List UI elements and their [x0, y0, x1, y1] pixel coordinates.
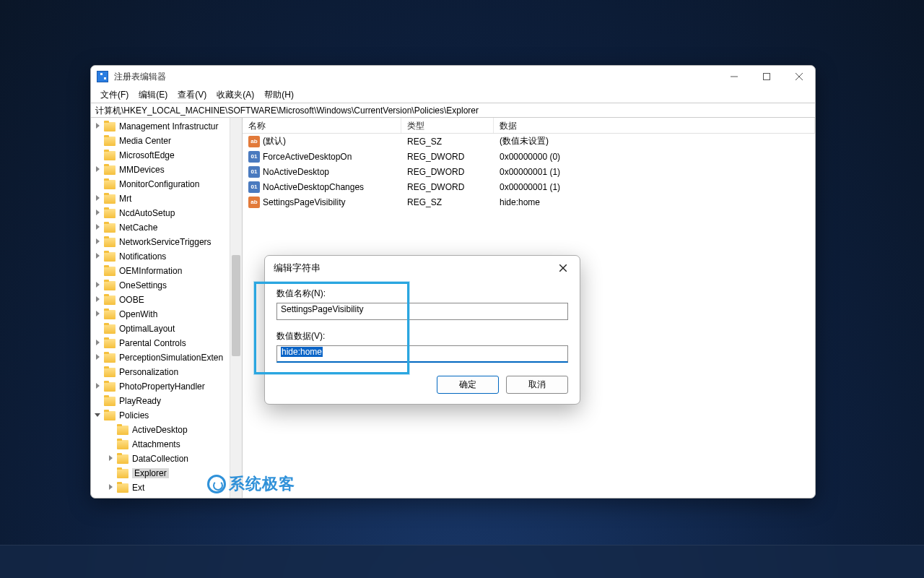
value-type: REG_SZ: [401, 137, 494, 147]
tree-item-label: DataCollection: [132, 454, 188, 464]
value-row[interactable]: abSettingsPageVisibilityREG_SZhide:home: [243, 194, 815, 210]
dialog-title: 编辑字符串: [274, 262, 321, 275]
tree-item-label: NetworkServiceTriggers: [119, 237, 212, 247]
dword-value-icon: 01: [248, 181, 260, 193]
tree-item-label: OEMInformation: [119, 266, 182, 276]
tree-item[interactable]: PhotoPropertyHandler: [91, 379, 230, 394]
tree-item[interactable]: PerceptionSimulationExten: [91, 350, 230, 365]
chevron-right-icon[interactable]: [94, 122, 103, 131]
chevron-right-icon[interactable]: [94, 353, 103, 362]
chevron-right-icon[interactable]: [94, 339, 103, 348]
dialog-close-button[interactable]: [555, 260, 571, 276]
ok-button[interactable]: 确定: [437, 376, 499, 394]
folder-icon: [117, 440, 128, 449]
tree-item[interactable]: Media Center: [91, 134, 230, 148]
tree-item[interactable]: Attachments: [91, 437, 230, 452]
svg-rect-1: [763, 74, 770, 80]
value-data: (数值未设置): [494, 135, 815, 147]
menu-file[interactable]: 文件(F): [95, 87, 134, 103]
taskbar[interactable]: [0, 545, 924, 578]
menu-view[interactable]: 查看(V): [173, 87, 212, 103]
value-data: 0x00000001 (1): [494, 167, 815, 177]
tree-item[interactable]: Notifications: [91, 249, 230, 264]
col-type[interactable]: 类型: [401, 118, 494, 133]
chevron-right-icon[interactable]: [94, 281, 103, 290]
tree-item-label: Management Infrastructur: [119, 121, 218, 131]
tree-item[interactable]: NetworkServiceTriggers: [91, 235, 230, 249]
chevron-right-icon[interactable]: [94, 296, 103, 304]
folder-icon: [104, 194, 116, 204]
value-data-label: 数值数据(V):: [276, 330, 568, 342]
maximize-button[interactable]: [750, 66, 783, 87]
value-row[interactable]: 01ForceActiveDesktopOnREG_DWORD0x0000000…: [243, 149, 815, 164]
tree-item[interactable]: NcdAutoSetup: [91, 206, 230, 220]
col-name[interactable]: 名称: [243, 118, 401, 133]
menubar: 文件(F) 编辑(E) 查看(V) 收藏夹(A) 帮助(H): [91, 87, 815, 103]
tree-pane: Management InfrastructurMedia CenterMicr…: [91, 118, 243, 498]
chevron-right-icon[interactable]: [94, 310, 103, 319]
chevron-right-icon[interactable]: [94, 194, 103, 203]
chevron-right-icon[interactable]: [94, 165, 103, 174]
tree-item[interactable]: Policies: [91, 408, 230, 423]
chevron-right-icon[interactable]: [94, 223, 103, 232]
chevron-right-icon[interactable]: [94, 238, 103, 246]
window-title: 注册表编辑器: [114, 71, 718, 83]
tree-scrollbar[interactable]: [230, 118, 242, 498]
folder-icon: [104, 252, 116, 262]
folder-icon: [104, 324, 116, 334]
tree-item[interactable]: Parental Controls: [91, 336, 230, 350]
tree-item[interactable]: NetCache: [91, 220, 230, 235]
cancel-button[interactable]: 取消: [506, 376, 568, 394]
minimize-button[interactable]: [718, 66, 750, 87]
tree-item-label: OptimalLayout: [119, 324, 175, 334]
folder-icon: [104, 353, 116, 363]
folder-icon: [117, 426, 128, 435]
tree-item-label: NcdAutoSetup: [119, 208, 175, 218]
tree-item[interactable]: MicrosoftEdge: [91, 148, 230, 163]
menu-edit[interactable]: 编辑(E): [134, 87, 173, 103]
tree-item-label: ActiveDesktop: [132, 425, 188, 435]
tree-item[interactable]: OOBE: [91, 293, 230, 307]
address-bar[interactable]: 计算机\HKEY_LOCAL_MACHINE\SOFTWARE\Microsof…: [91, 103, 815, 118]
tree-item[interactable]: ActiveDesktop: [91, 423, 230, 437]
value-data: 0x00000000 (0): [494, 152, 815, 162]
value-data-input[interactable]: hide:home: [276, 345, 568, 363]
value-row[interactable]: 01NoActiveDesktopREG_DWORD0x00000001 (1): [243, 164, 815, 179]
value-name-input[interactable]: SettingsPageVisibility: [276, 303, 568, 320]
chevron-right-icon[interactable]: [107, 483, 116, 492]
tree-item[interactable]: Personalization: [91, 365, 230, 379]
value-name: NoActiveDesktopChanges: [263, 182, 364, 192]
tree-item[interactable]: OptimalLayout: [91, 322, 230, 336]
menu-help[interactable]: 帮助(H): [259, 87, 299, 103]
tree-item[interactable]: PlayReady: [91, 394, 230, 408]
tree-item[interactable]: OneSettings: [91, 278, 230, 293]
titlebar: 注册表编辑器: [91, 66, 815, 87]
col-data[interactable]: 数据: [494, 118, 815, 133]
menu-favorites[interactable]: 收藏夹(A): [212, 87, 259, 103]
tree-item[interactable]: OpenWith: [91, 307, 230, 322]
value-row[interactable]: 01NoActiveDesktopChangesREG_DWORD0x00000…: [243, 179, 815, 194]
chevron-right-icon[interactable]: [94, 209, 103, 217]
folder-icon: [117, 454, 128, 464]
tree-item[interactable]: MonitorConfiguration: [91, 177, 230, 191]
chevron-down-icon[interactable]: [94, 411, 103, 420]
edit-string-dialog: 编辑字符串 数值名称(N): SettingsPageVisibility 数值…: [264, 255, 580, 405]
folder-icon: [104, 137, 116, 146]
close-button[interactable]: [783, 66, 815, 87]
regedit-window: 注册表编辑器 文件(F) 编辑(E) 查看(V) 收藏夹(A) 帮助(H) 计算…: [90, 65, 816, 499]
chevron-right-icon[interactable]: [94, 252, 103, 261]
folder-icon: [104, 223, 116, 233]
value-name: NoActiveDesktop: [263, 167, 329, 177]
tree-item-label: PerceptionSimulationExten: [119, 353, 223, 363]
tree-item[interactable]: Mrt: [91, 191, 230, 206]
chevron-right-icon[interactable]: [107, 454, 116, 463]
value-row[interactable]: ab(默认)REG_SZ(数值未设置): [243, 134, 815, 149]
tree-item[interactable]: OEMInformation: [91, 264, 230, 278]
tree-item[interactable]: DataCollection: [91, 452, 230, 466]
value-name-label: 数值名称(N):: [276, 288, 568, 300]
watermark: 系统极客: [207, 473, 295, 495]
chevron-right-icon[interactable]: [94, 382, 103, 391]
tree-item[interactable]: MMDevices: [91, 163, 230, 177]
tree-item-label: MonitorConfiguration: [119, 179, 199, 189]
tree-item[interactable]: Management Infrastructur: [91, 119, 230, 134]
